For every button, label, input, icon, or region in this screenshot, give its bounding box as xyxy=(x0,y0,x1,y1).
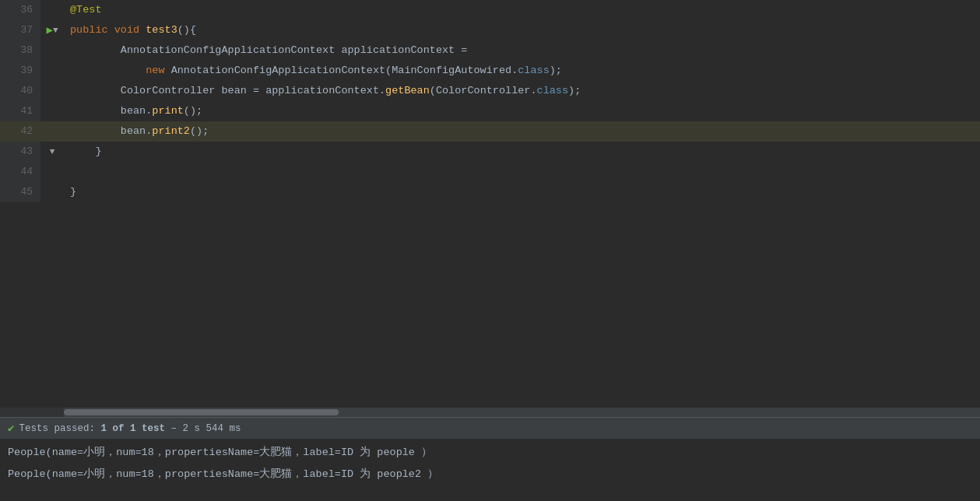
code-line-39: 39 new AnnotationConfigApplicationContex… xyxy=(0,61,980,81)
line-content-41: bean.print(); xyxy=(64,101,980,121)
code-line-45: 45 } xyxy=(0,182,980,202)
output-line-2: People(name=小明，num=18，propertiesName=大肥猫… xyxy=(6,464,980,485)
status-text-label: Tests passed: xyxy=(19,423,95,434)
output-line-1: People(name=小明，num=18，propertiesName=大肥猫… xyxy=(6,442,980,464)
status-bar: ✔ Tests passed: 1 of 1 test – 2 s 544 ms xyxy=(0,417,980,439)
scrollbar-left-gutter xyxy=(0,408,64,417)
line-number-37: 37 xyxy=(0,20,40,40)
status-label: Tests passed: 1 of 1 test – 2 s 544 ms xyxy=(19,423,241,434)
line-number-42: 42 xyxy=(0,121,40,142)
line-number-38: 38 xyxy=(0,40,40,61)
line-number-36: 36 xyxy=(0,0,40,20)
line-content-38: AnnotationConfigApplicationContext appli… xyxy=(64,40,980,61)
line-number-45: 45 xyxy=(0,182,40,202)
test-count: 1 of 1 test xyxy=(100,423,165,434)
test-duration: 2 s 544 ms xyxy=(183,423,241,434)
line-number-41: 41 xyxy=(0,101,40,121)
line-number-43: 43 xyxy=(0,142,40,162)
line-content-36: @Test xyxy=(64,0,980,20)
test-pass-icon: ✔ xyxy=(8,422,14,435)
collapse-icon[interactable]: ▼ xyxy=(50,142,55,162)
line-number-40: 40 xyxy=(0,81,40,101)
line-number-44: 44 xyxy=(0,162,40,182)
code-lines: 36 @Test 37 ▶ ▼ public void test3(){ 38 … xyxy=(0,0,980,408)
output-area: People(name=小明，num=18，propertiesName=大肥猫… xyxy=(0,439,980,501)
line-number-39: 39 xyxy=(0,61,40,81)
line-content-39: new AnnotationConfigApplicationContext(M… xyxy=(64,61,980,81)
line-content-43: } xyxy=(64,142,980,162)
line-content-45: } xyxy=(64,182,980,202)
code-line-42: 42 bean.print2(); xyxy=(0,121,980,142)
gutter-37[interactable]: ▶ ▼ xyxy=(40,20,64,40)
code-line-37: 37 ▶ ▼ public void test3(){ xyxy=(0,20,980,40)
code-editor: 36 @Test 37 ▶ ▼ public void test3(){ 38 … xyxy=(0,0,980,417)
scrollbar-container xyxy=(0,408,980,417)
run-icon[interactable]: ▶ xyxy=(46,20,52,40)
line-content-42: bean.print2(); xyxy=(64,121,980,142)
scrollbar-thumb[interactable] xyxy=(64,409,339,415)
code-line-43: 43 ▼ } xyxy=(0,142,980,162)
code-line-38: 38 AnnotationConfigApplicationContext ap… xyxy=(0,40,980,61)
code-line-44: 44 xyxy=(0,162,980,182)
line-content-37: public void test3(){ xyxy=(64,20,980,40)
code-line-40: 40 ColorController bean = applicationCon… xyxy=(0,81,980,101)
gutter-43[interactable]: ▼ xyxy=(40,142,64,162)
dropdown-arrow[interactable]: ▼ xyxy=(53,20,58,40)
status-separator: – xyxy=(171,423,183,434)
code-line-41: 41 bean.print(); xyxy=(0,101,980,121)
line-content-40: ColorController bean = applicationContex… xyxy=(64,81,980,101)
code-line-36: 36 @Test xyxy=(0,0,980,20)
scrollbar-track[interactable] xyxy=(64,408,980,417)
